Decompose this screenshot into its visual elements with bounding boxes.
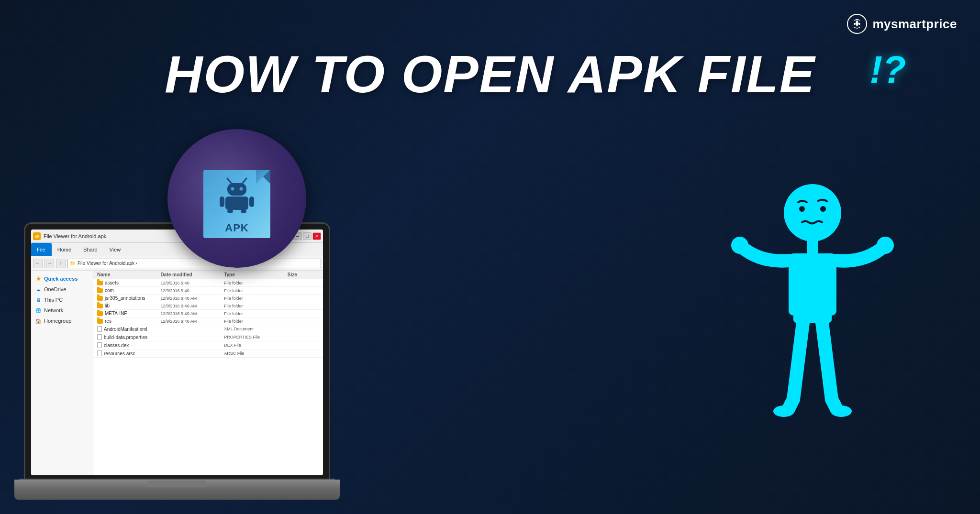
titlebar-folder-icon: 📁	[33, 232, 41, 240]
document-icon	[97, 350, 102, 356]
file-name: assets	[105, 280, 119, 285]
file-name: META-INF	[105, 311, 127, 316]
android-robot-icon	[218, 175, 256, 213]
file-type: File folder	[224, 296, 288, 301]
laptop-screen: 📁 File Viewer for Android.apk ─ □ ✕ File…	[31, 230, 323, 475]
table-row[interactable]: assets 12/9/2016 9:40 File folder	[93, 279, 323, 287]
file-name: build-data.properties	[104, 335, 147, 340]
file-type: File folder	[224, 319, 288, 324]
sidebar-item-quick-access[interactable]: ★ Quick access	[31, 273, 93, 284]
svg-rect-11	[227, 210, 233, 213]
file-list: Name Date modified Type Size assets 12/9…	[93, 271, 323, 475]
file-date: 12/9/2016 9:40 AM	[161, 311, 224, 316]
svg-point-14	[799, 206, 805, 212]
brand-logo-icon	[846, 13, 868, 34]
file-date: 12/9/2016 9:40 AM	[161, 304, 224, 308]
toolbar: ← → ↑ 📁 File Viewer for Android.apk ›	[31, 256, 323, 271]
onedrive-label: OneDrive	[44, 286, 66, 292]
menu-tab-file[interactable]: File	[31, 243, 52, 256]
file-type: XML Document	[224, 327, 288, 331]
homegroup-icon: 🏠	[35, 317, 42, 324]
svg-point-22	[831, 405, 852, 417]
svg-line-3	[227, 178, 231, 183]
apk-label: APK	[203, 222, 270, 234]
svg-rect-16	[807, 241, 818, 255]
up-button[interactable]: ↑	[56, 259, 66, 268]
menu-tab-view[interactable]: View	[103, 243, 127, 256]
file-list-header: Name Date modified Type Size	[93, 271, 323, 279]
address-bar[interactable]: 📁 File Viewer for Android.apk ›	[67, 259, 321, 268]
table-row[interactable]: lib 12/9/2016 9:40 AM File folder	[93, 302, 323, 310]
homegroup-label: Homegroup	[44, 318, 71, 324]
svg-rect-12	[241, 210, 246, 213]
sidebar-item-homegroup[interactable]: 🏠 Homegroup	[31, 316, 93, 326]
svg-rect-9	[220, 197, 224, 207]
file-date: 12/9/2016 9:40	[161, 281, 224, 285]
svg-rect-17	[789, 253, 836, 316]
close-button[interactable]: ✕	[312, 232, 321, 240]
this-pc-label: This PC	[44, 297, 63, 303]
svg-point-6	[231, 187, 234, 190]
file-type: File folder	[224, 304, 288, 308]
address-chevron: ›	[135, 261, 137, 266]
header-date: Date modified	[161, 272, 224, 277]
header-name: Name	[97, 272, 161, 277]
table-row[interactable]: AndroidManifest.xml XML Document	[93, 325, 323, 333]
explorer-sidebar: ★ Quick access ☁ OneDrive 🖥	[31, 271, 93, 475]
brand-name: mysmartprice	[872, 17, 957, 32]
file-date: 12/9/2016 9:40	[161, 288, 224, 293]
apk-icon-circle: APK	[167, 129, 306, 268]
explorer-content: ★ Quick access ☁ OneDrive 🖥	[31, 271, 323, 475]
laptop-illustration: 📁 File Viewer for Android.apk ─ □ ✕ File…	[14, 198, 340, 509]
folder-icon	[97, 304, 103, 308]
folder-icon	[97, 319, 103, 324]
svg-rect-5	[227, 183, 246, 196]
svg-point-21	[773, 405, 794, 417]
menu-tab-home[interactable]: Home	[52, 243, 78, 256]
table-row[interactable]: build-data.properties PROPERTIES File	[93, 333, 323, 341]
table-row[interactable]: jsr305_annotations 12/9/2016 9:40 AM Fil…	[93, 295, 323, 302]
svg-point-18	[731, 237, 748, 254]
document-icon	[97, 342, 102, 348]
file-explorer: 📁 File Viewer for Android.apk ─ □ ✕ File…	[31, 230, 323, 475]
table-row[interactable]: resources.arsc ARSC File	[93, 350, 323, 358]
file-type: File folder	[224, 288, 288, 293]
svg-point-19	[877, 237, 894, 254]
svg-point-15	[820, 206, 826, 212]
folder-icon	[97, 296, 103, 301]
forward-button[interactable]: →	[45, 259, 54, 268]
file-date: 12/9/2016 9:40 AM	[161, 296, 224, 301]
table-row[interactable]: classes.dex DEX File	[93, 341, 323, 350]
table-row[interactable]: com 12/9/2016 9:40 File folder	[93, 287, 323, 295]
onedrive-icon: ☁	[35, 286, 42, 293]
logo-area: mysmartprice	[846, 13, 957, 34]
back-button[interactable]: ←	[33, 259, 43, 268]
titlebar-buttons: ─ □ ✕	[293, 232, 321, 240]
table-row[interactable]: META-INF 12/9/2016 9:40 AM File folder	[93, 310, 323, 317]
question-marks: !?	[869, 48, 906, 92]
file-name: AndroidManifest.xml	[104, 327, 147, 332]
file-type: DEX File	[224, 343, 288, 348]
file-type: ARSC File	[224, 351, 288, 356]
file-name: com	[105, 288, 114, 293]
address-folder-icon: 📁	[70, 261, 76, 266]
svg-line-4	[243, 178, 246, 183]
apk-file-icon: APK	[203, 159, 270, 238]
file-type: PROPERTIES File	[224, 335, 288, 339]
menu-tab-share[interactable]: Share	[78, 243, 103, 256]
table-row[interactable]: res 12/9/2016 9:40 AM File folder	[93, 317, 323, 325]
file-name: jsr305_annotations	[105, 295, 145, 301]
document-icon	[97, 334, 102, 340]
folder-icon	[97, 281, 103, 285]
svg-point-13	[784, 184, 841, 241]
folder-icon	[97, 311, 103, 316]
sidebar-item-network[interactable]: 🌐 Network	[31, 305, 93, 316]
this-pc-icon: 🖥	[35, 296, 42, 303]
stick-figure	[731, 170, 894, 476]
network-icon: 🌐	[35, 307, 42, 314]
maximize-button[interactable]: □	[303, 232, 312, 240]
header-size: Size	[288, 272, 319, 277]
sidebar-item-onedrive[interactable]: ☁ OneDrive	[31, 284, 93, 295]
quick-access-icon: ★	[35, 275, 42, 282]
sidebar-item-this-pc[interactable]: 🖥 This PC	[31, 295, 93, 305]
